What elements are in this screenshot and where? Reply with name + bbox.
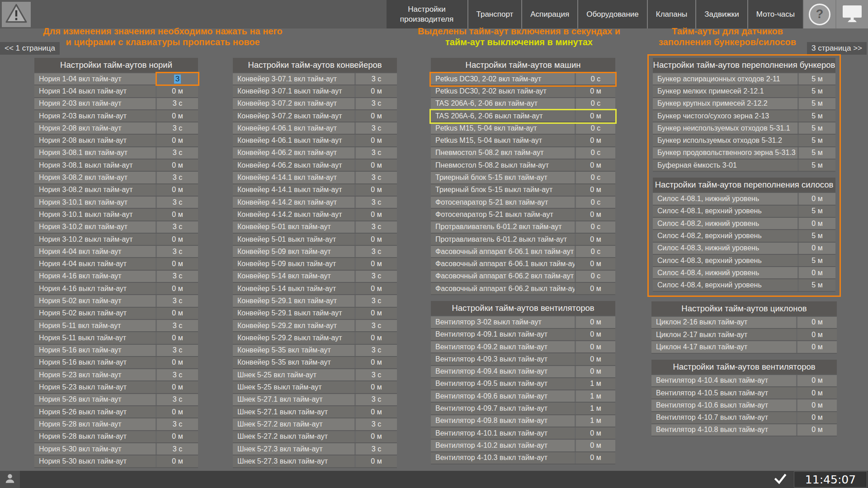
timeout-value[interactable]: 0 с (576, 147, 615, 159)
timeout-value[interactable]: 0 м (576, 209, 615, 220)
tab-aspiration[interactable]: Аспирация (522, 0, 577, 28)
timeout-value[interactable]: 0 м (576, 427, 615, 439)
timeout-value[interactable]: 0 м (576, 283, 615, 294)
timeout-value[interactable]: 0 м (157, 184, 198, 196)
timeout-value[interactable]: 3 с (157, 122, 198, 134)
timeout-value[interactable]: 0 м (797, 375, 837, 386)
timeout-value[interactable]: 5 м (799, 279, 835, 291)
timeout-value[interactable]: 0 м (157, 357, 198, 368)
timeout-value[interactable]: 0 м (356, 308, 397, 319)
timeout-value[interactable]: 3 с (157, 197, 198, 208)
timeout-value[interactable]: 0 с (576, 122, 615, 134)
timeout-value[interactable]: 0 м (157, 110, 198, 122)
timeout-value[interactable]: 0 с (576, 221, 615, 233)
timeout-value[interactable]: 3 с (157, 172, 198, 183)
timeout-value[interactable]: 0 м (157, 258, 198, 269)
timeout-value[interactable]: 0 с (576, 197, 615, 208)
timeout-value[interactable]: 3 с (157, 295, 198, 306)
timeout-value[interactable]: 3 с (157, 369, 198, 380)
timeout-value[interactable]: 0 м (157, 85, 198, 97)
timeout-value[interactable]: 0 м (157, 234, 198, 245)
timeout-value[interactable]: 0 м (157, 406, 198, 418)
timeout-value[interactable]: 5 м (799, 85, 835, 97)
timeout-value[interactable]: 0 м (576, 184, 615, 196)
timeout-value[interactable]: 0 м (157, 209, 198, 220)
timeout-value[interactable]: 0 м (797, 424, 837, 436)
timeout-value[interactable]: 0 м (576, 452, 615, 464)
timeout-value[interactable]: 0 м (797, 329, 837, 340)
timeout-value[interactable]: 0 м (576, 258, 615, 269)
timeout-value[interactable]: 3 с (356, 320, 397, 331)
timeout-value[interactable]: 0 с (576, 73, 615, 84)
timeout-value[interactable]: 0 м (356, 160, 397, 171)
timeout-value[interactable]: 0 м (356, 110, 397, 122)
timeout-value[interactable]: 0 м (356, 431, 397, 442)
timeout-value[interactable]: 0 м (356, 406, 397, 418)
timeout-value[interactable]: 0 м (576, 440, 615, 451)
timeout-value[interactable]: 0 с (576, 246, 615, 257)
timeout-value[interactable]: 3 с (157, 221, 198, 233)
timeout-value[interactable]: 0 м (576, 110, 615, 122)
timeout-value[interactable]: 0 м (157, 431, 198, 442)
tab-motor-hours[interactable]: Мото-часы (748, 0, 803, 28)
timeout-value[interactable]: 0 м (576, 329, 615, 340)
timeout-value[interactable]: 0 м (356, 135, 397, 146)
timeout-value[interactable]: 3 с (356, 394, 397, 405)
timeout-value[interactable]: 3 с (157, 271, 198, 282)
timeout-value[interactable]: 0 м (356, 209, 397, 220)
timeout-value[interactable]: 0 м (797, 317, 837, 328)
timeout-value[interactable]: 0 м (799, 267, 835, 278)
help-button[interactable]: ? (804, 0, 835, 28)
timeout-value[interactable]: 3 с (356, 221, 397, 233)
timeout-value[interactable]: 3 с (356, 443, 397, 455)
user-button[interactable] (0, 471, 20, 488)
tab-gates[interactable]: Задвижки (696, 0, 747, 28)
timeout-value[interactable]: 1 м (576, 378, 615, 389)
timeout-value[interactable]: 0 м (799, 218, 835, 229)
timeout-value[interactable]: 3 с (356, 172, 397, 183)
monitor-button[interactable] (836, 0, 868, 28)
timeout-value[interactable]: 3 с (157, 418, 198, 430)
timeout-value[interactable]: 0 м (576, 353, 615, 365)
timeout-value[interactable]: 0 м (576, 341, 615, 352)
tab-manufacturer-settings[interactable]: Настройки производителя (387, 0, 467, 28)
timeout-value[interactable]: 5 м (799, 160, 835, 171)
timeout-value[interactable]: 5 м (799, 122, 835, 134)
timeout-value[interactable]: 3 (157, 73, 198, 84)
timeout-value[interactable]: 0 с (576, 172, 615, 183)
timeout-value[interactable]: 3 с (356, 271, 397, 282)
timeout-value[interactable]: 0 м (356, 234, 397, 245)
timeout-value[interactable]: 0 м (356, 381, 397, 393)
timeout-value[interactable]: 0 м (356, 184, 397, 196)
timeout-value[interactable]: 0 м (797, 387, 837, 399)
timeout-value[interactable]: 0 м (157, 160, 198, 171)
timeout-value[interactable]: 0 м (356, 283, 397, 294)
tab-valves[interactable]: Клапаны (648, 0, 696, 28)
timeout-value[interactable]: 0 м (576, 135, 615, 146)
timeout-value[interactable]: 0 м (157, 135, 198, 146)
timeout-value[interactable]: 0 м (797, 341, 837, 352)
alarm-button[interactable] (2, 2, 31, 27)
timeout-value[interactable]: 3 с (356, 98, 397, 109)
next-page-button[interactable]: 3 страница >> (807, 42, 867, 55)
timeout-value[interactable]: 5 м (799, 255, 835, 266)
timeout-value[interactable]: 0 с (576, 271, 615, 282)
timeout-value[interactable]: 0 м (799, 243, 835, 254)
timeout-value[interactable]: 5 м (799, 110, 835, 122)
timeout-value[interactable]: 0 м (797, 412, 837, 423)
timeout-value[interactable]: 0 м (157, 381, 198, 393)
timeout-value[interactable]: 3 с (356, 73, 397, 84)
timeout-value[interactable]: 3 с (157, 320, 198, 331)
timeout-value[interactable]: 0 м (576, 85, 615, 97)
timeout-value[interactable]: 0 м (157, 332, 198, 343)
timeout-value[interactable]: 3 с (356, 197, 397, 208)
timeout-value[interactable]: 3 с (157, 443, 198, 455)
tab-transport[interactable]: Транспорт (468, 0, 522, 28)
timeout-value[interactable]: 1 м (576, 415, 615, 427)
timeout-value[interactable]: 3 с (157, 345, 198, 356)
timeout-value[interactable]: 5 м (799, 147, 835, 159)
timeout-value[interactable]: 5 м (799, 73, 835, 84)
timeout-value[interactable]: 3 с (356, 345, 397, 356)
timeout-value[interactable]: 3 с (157, 246, 198, 257)
timeout-value[interactable]: 0 м (157, 283, 198, 294)
